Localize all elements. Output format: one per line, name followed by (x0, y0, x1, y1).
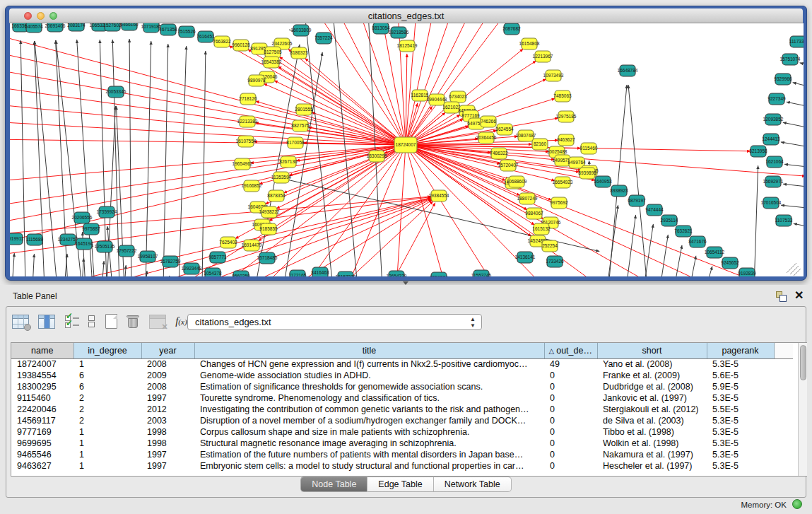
graph-node[interactable]: 8813054 (372, 23, 390, 34)
graph-edge[interactable] (793, 83, 804, 88)
table-row[interactable]: 946554611997Estimation of the future num… (11, 449, 793, 460)
graph-node[interactable]: 1117335 (789, 36, 804, 47)
graph-edge[interactable] (179, 46, 187, 276)
graph-node[interactable]: 12654339 (387, 271, 407, 276)
graph-edge[interactable] (12, 253, 14, 276)
graph-node[interactable]: 1621064 (765, 156, 784, 168)
graph-node[interactable]: 3919911 (10, 233, 24, 245)
graph-node[interactable]: 18125419 (397, 40, 418, 52)
graph-edge[interactable] (781, 205, 804, 209)
graph-edge[interactable] (800, 63, 804, 66)
graph-node[interactable]: 2083174 (67, 23, 86, 31)
scrollbar-thumb[interactable] (800, 345, 806, 380)
graph-edge[interactable] (264, 83, 406, 145)
graph-node[interactable]: 82160 (532, 139, 548, 150)
graph-node[interactable]: 1640953 (594, 176, 612, 187)
table-row[interactable]: 969969511998Structural magnetic resonanc… (11, 438, 793, 449)
graph-node[interactable]: 1733426 (546, 256, 564, 267)
graph-edge[interactable] (660, 235, 668, 276)
graph-node[interactable]: 12213967 (533, 51, 553, 62)
graph-node[interactable]: 15751074 (780, 54, 801, 65)
graph-edge[interactable] (783, 122, 804, 129)
graph-node[interactable]: 9975887 (82, 223, 100, 235)
graph-node[interactable]: 16157278 (336, 271, 356, 276)
graph-node[interactable]: 20206556 (72, 212, 93, 223)
graph-node[interactable]: 746266 (481, 116, 496, 127)
graph-node[interactable]: 9960128 (232, 40, 250, 51)
table-scrollbar[interactable] (798, 343, 807, 476)
graph-node[interactable]: 4671358 (159, 24, 177, 35)
graph-edge[interactable] (406, 61, 536, 145)
graph-edge[interactable] (124, 265, 126, 276)
row-format-icon[interactable] (88, 315, 95, 329)
window-titlebar[interactable]: citations_edges.txt (9, 8, 803, 23)
graph-node[interactable]: 18300295 (367, 151, 387, 162)
graph-node[interactable]: 1172165 (289, 270, 307, 276)
graph-node[interactable]: 9192839 (738, 268, 756, 276)
graph-node[interactable]: 252254 (542, 240, 558, 252)
graph-edge[interactable] (10, 105, 406, 145)
graph-node[interactable]: 16154808 (519, 38, 540, 49)
graph-node[interactable]: 10688609 (507, 176, 527, 187)
column-header-in_degree[interactable]: in_degree (73, 343, 141, 358)
graph-node[interactable]: 8267130 (279, 156, 298, 168)
graph-node[interactable]: 14136141 (515, 252, 536, 263)
graph-node[interactable]: 15718485 (257, 252, 278, 264)
graph-node[interactable]: 17957222 (117, 245, 137, 257)
graph-node[interactable]: 15720407 (498, 160, 519, 171)
graph-node[interactable]: 19958107 (138, 251, 158, 262)
graph-node[interactable]: 16654923 (553, 177, 573, 188)
graph-edge[interactable] (266, 53, 406, 145)
graph-edge[interactable] (406, 145, 552, 200)
graph-node[interactable]: 17359924 (97, 206, 117, 218)
graph-edge[interactable] (389, 203, 435, 276)
graph-node[interactable]: 9245652 (721, 257, 739, 269)
graph-node[interactable]: 5405574 (25, 23, 43, 33)
graph-node[interactable]: 20364456 (476, 132, 497, 144)
graph-node[interactable]: 20691406 (45, 23, 66, 32)
graph-node[interactable]: 6466160 (120, 23, 139, 30)
data-table[interactable]: namein_degreeyeartitle△out_de…shortpager… (11, 343, 793, 472)
table-row[interactable]: 1830029562008Estimation of significance … (11, 381, 793, 392)
graph-node[interactable]: 2087682 (502, 23, 521, 35)
graph-edge[interactable] (305, 23, 333, 276)
graph-node[interactable]: 12213383 (237, 116, 258, 127)
graph-edge[interactable] (674, 245, 682, 276)
graph-edge[interactable] (163, 44, 168, 276)
graph-node[interactable]: 7485063 (553, 90, 572, 102)
graph-node[interactable]: 3624554 (495, 124, 514, 135)
graph-node[interactable]: 16033809 (291, 25, 312, 36)
graph-node[interactable]: 12093852 (763, 114, 784, 125)
graph-edge[interactable] (783, 184, 804, 187)
graph-node[interactable]: 14938222 (259, 206, 280, 218)
graph-node[interactable]: 17016504 (761, 197, 782, 209)
float-panel-icon[interactable] (776, 291, 787, 303)
graph-node[interactable]: 10973493 (543, 70, 564, 81)
graph-node[interactable]: 9890978 (247, 75, 266, 86)
table-row[interactable]: 2242004622012Investigating the contribut… (11, 404, 793, 415)
new-document-icon[interactable] (105, 314, 117, 329)
graph-node[interactable]: 1244413 (762, 134, 780, 145)
close-panel-icon[interactable]: ✕ (794, 288, 804, 302)
graph-edge[interactable] (690, 256, 696, 276)
graph-edge[interactable] (754, 165, 758, 276)
graph-edge[interactable] (10, 145, 406, 205)
table-row[interactable]: 1872400712008Changes of HCN gene express… (11, 358, 793, 370)
graph-node[interactable]: 16782759 (160, 256, 181, 267)
column-header-year[interactable]: year (141, 343, 194, 358)
graph-node[interactable]: 18807249 (517, 193, 538, 204)
graph-edge[interactable] (202, 51, 206, 276)
graph-node[interactable]: 8170058 (286, 137, 305, 148)
graph-node[interactable]: 7486322 (490, 148, 508, 159)
graph-node[interactable]: 12505135 (95, 241, 115, 252)
table-row[interactable]: 946362711997Embryonic stem cells: a mode… (11, 460, 793, 472)
graph-edge[interactable] (82, 258, 83, 276)
graph-node[interactable]: 8938923 (610, 185, 628, 197)
column-header-name[interactable]: name (11, 343, 73, 358)
graph-node[interactable]: 8471676 (688, 236, 707, 247)
graph-node[interactable]: 11353594 (271, 172, 292, 183)
graph-node[interactable]: 11553745 (471, 270, 492, 276)
zoom-button[interactable] (49, 12, 57, 20)
close-button[interactable] (24, 12, 32, 20)
column-header-short[interactable]: short (597, 343, 707, 358)
